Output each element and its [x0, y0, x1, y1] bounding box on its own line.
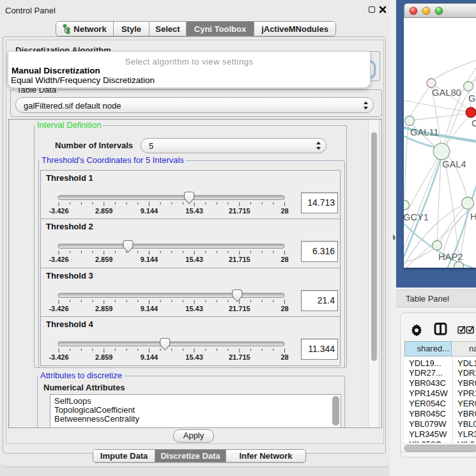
svg-text:28: 28 — [280, 305, 288, 312]
svg-text:9.144: 9.144 — [141, 305, 158, 312]
svg-text:GCY1: GCY1 — [404, 212, 429, 222]
svg-text:15.43: 15.43 — [185, 256, 203, 263]
svg-text:-3.426: -3.426 — [49, 207, 68, 215]
svg-text:28: 28 — [280, 256, 288, 263]
svg-text:2.859: 2.859 — [95, 353, 113, 361]
svg-text:9.144: 9.144 — [141, 256, 158, 263]
svg-text:GAL80: GAL80 — [432, 88, 461, 98]
svg-text:15.43: 15.43 — [185, 353, 203, 361]
svg-text:-3.426: -3.426 — [49, 353, 68, 361]
svg-text:21.715: 21.715 — [229, 207, 250, 215]
svg-text:H: H — [470, 211, 476, 222]
svg-text:21.715: 21.715 — [229, 305, 250, 312]
svg-text:15.43: 15.43 — [185, 305, 203, 312]
svg-text:9.144: 9.144 — [141, 207, 158, 215]
svg-text:2.859: 2.859 — [95, 305, 113, 312]
svg-text:C: C — [472, 118, 476, 128]
svg-text:21.715: 21.715 — [229, 353, 250, 361]
svg-text:-3.426: -3.426 — [49, 305, 68, 312]
svg-text:2.859: 2.859 — [95, 256, 113, 263]
svg-text:15.43: 15.43 — [185, 207, 203, 215]
svg-text:-3.426: -3.426 — [49, 256, 68, 263]
svg-text:HAP2: HAP2 — [438, 252, 463, 262]
svg-text:2.859: 2.859 — [95, 207, 113, 215]
svg-text:G.: G. — [468, 93, 476, 104]
svg-text:GAL4: GAL4 — [442, 159, 466, 169]
svg-text:GAL11: GAL11 — [410, 127, 439, 137]
svg-text:28: 28 — [280, 207, 288, 215]
svg-text:21.715: 21.715 — [229, 256, 250, 263]
svg-text:28: 28 — [280, 353, 288, 361]
svg-text:9.144: 9.144 — [141, 353, 158, 361]
